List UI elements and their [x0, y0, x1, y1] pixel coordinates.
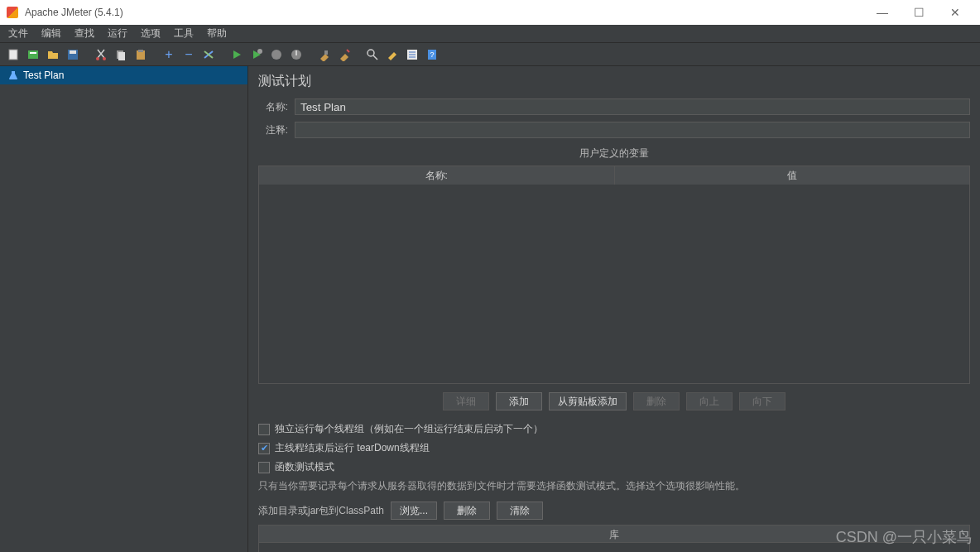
- svg-rect-15: [324, 50, 328, 55]
- copy-icon[interactable]: [113, 46, 129, 63]
- paste-icon[interactable]: [132, 46, 149, 63]
- templates-icon[interactable]: [25, 46, 41, 63]
- separator-icon: [84, 46, 89, 63]
- svg-point-16: [368, 50, 374, 56]
- maximize-button[interactable]: ☐: [901, 0, 937, 25]
- svg-point-11: [257, 49, 262, 54]
- toggle-icon[interactable]: [200, 46, 217, 63]
- separator-icon: [308, 46, 313, 63]
- start-no-timers-icon[interactable]: [248, 46, 265, 63]
- shutdown-icon[interactable]: [288, 46, 305, 63]
- separator-icon: [220, 46, 225, 63]
- cp-clear-button[interactable]: 清除: [497, 502, 543, 520]
- up-button[interactable]: 向上: [686, 392, 733, 410]
- comment-label: 注释:: [258, 123, 288, 137]
- svg-rect-10: [138, 50, 143, 52]
- menu-search[interactable]: 查找: [71, 25, 98, 42]
- add-button[interactable]: 添加: [496, 392, 542, 410]
- stop-icon[interactable]: [268, 46, 285, 63]
- user-vars-title: 用户定义的变量: [258, 146, 970, 161]
- help-icon[interactable]: ?: [424, 46, 440, 63]
- functest-checkbox[interactable]: [258, 462, 270, 473]
- menu-options[interactable]: 选项: [137, 25, 164, 42]
- open-icon[interactable]: [45, 46, 61, 63]
- independent-label: 独立运行每个线程组（例如在一个组运行结束后启动下一个）: [275, 422, 543, 436]
- menu-run[interactable]: 运行: [104, 25, 131, 42]
- panel-heading: 测试计划: [258, 73, 970, 90]
- delete-button[interactable]: 删除: [633, 392, 680, 410]
- menu-edit[interactable]: 编辑: [38, 25, 65, 42]
- menu-tools[interactable]: 工具: [171, 25, 197, 42]
- svg-rect-14: [295, 50, 297, 55]
- teardown-label: 主线程结束后运行 tearDown线程组: [275, 441, 430, 455]
- search-icon[interactable]: [364, 46, 381, 63]
- menu-help[interactable]: 帮助: [204, 25, 230, 42]
- svg-rect-1: [28, 50, 38, 59]
- name-label: 名称:: [258, 100, 288, 114]
- down-button[interactable]: 向下: [739, 392, 785, 410]
- svg-text:?: ?: [430, 50, 434, 59]
- teardown-checkbox[interactable]: ✔: [258, 443, 270, 454]
- separator-icon: [152, 46, 157, 63]
- clear-icon[interactable]: [316, 46, 333, 63]
- tree-root-label: Test Plan: [23, 70, 64, 81]
- flask-icon: [8, 70, 18, 80]
- cp-delete-button[interactable]: 删除: [444, 502, 490, 520]
- svg-rect-4: [70, 50, 76, 54]
- functest-help: 只有当你需要记录每个请求从服务器取得的数据到文件时才需要选择函数测试模式。选择这…: [258, 479, 970, 493]
- new-file-icon[interactable]: [5, 46, 22, 63]
- vars-body[interactable]: [259, 185, 969, 383]
- plus-icon[interactable]: +: [161, 46, 177, 63]
- user-vars-table: 名称: 值: [258, 166, 970, 384]
- watermark: CSDN @一只小菜鸟: [836, 527, 972, 547]
- minus-icon[interactable]: −: [180, 46, 197, 63]
- cut-icon[interactable]: [93, 46, 109, 63]
- classpath-label: 添加目录或jar包到ClassPath: [258, 504, 384, 518]
- svg-point-6: [103, 57, 106, 60]
- content-panel: 测试计划 名称: 注释: 用户定义的变量 名称: 值 详细 添加 从剪贴板添加 …: [248, 66, 980, 552]
- function-helper-icon[interactable]: [404, 46, 420, 63]
- independent-checkbox[interactable]: [258, 424, 270, 435]
- svg-rect-0: [9, 50, 17, 60]
- vars-col-value[interactable]: 值: [615, 166, 970, 185]
- svg-point-5: [96, 57, 99, 60]
- start-icon[interactable]: [228, 46, 245, 63]
- menu-file[interactable]: 文件: [5, 25, 31, 42]
- save-icon[interactable]: [65, 46, 81, 63]
- jmeter-logo-icon: [7, 7, 18, 18]
- test-plan-tree[interactable]: Test Plan: [0, 66, 248, 552]
- add-from-clipboard-button[interactable]: 从剪贴板添加: [549, 392, 627, 410]
- svg-rect-2: [30, 52, 36, 54]
- window-titlebar: Apache JMeter (5.4.1) — ☐ ✕: [0, 0, 980, 25]
- separator-icon: [356, 46, 361, 63]
- reset-search-icon[interactable]: [384, 46, 401, 63]
- comment-input[interactable]: [295, 122, 970, 138]
- vars-col-name[interactable]: 名称:: [259, 166, 615, 185]
- minimize-button[interactable]: —: [864, 0, 901, 25]
- svg-point-12: [271, 50, 281, 60]
- menu-bar: 文件 编辑 查找 运行 选项 工具 帮助: [0, 25, 980, 43]
- tree-root-node[interactable]: Test Plan: [0, 66, 247, 84]
- browse-button[interactable]: 浏览...: [391, 502, 437, 520]
- svg-rect-8: [118, 52, 125, 60]
- name-input[interactable]: [295, 98, 970, 115]
- clear-all-icon[interactable]: [336, 46, 353, 63]
- functest-label: 函数测试模式: [275, 460, 334, 474]
- toolbar: + − ?: [0, 43, 980, 66]
- detail-button[interactable]: 详细: [443, 392, 489, 410]
- window-title: Apache JMeter (5.4.1): [25, 7, 864, 18]
- main-area: Test Plan 测试计划 名称: 注释: 用户定义的变量 名称: 值 详细 …: [0, 66, 980, 552]
- close-button[interactable]: ✕: [937, 0, 973, 25]
